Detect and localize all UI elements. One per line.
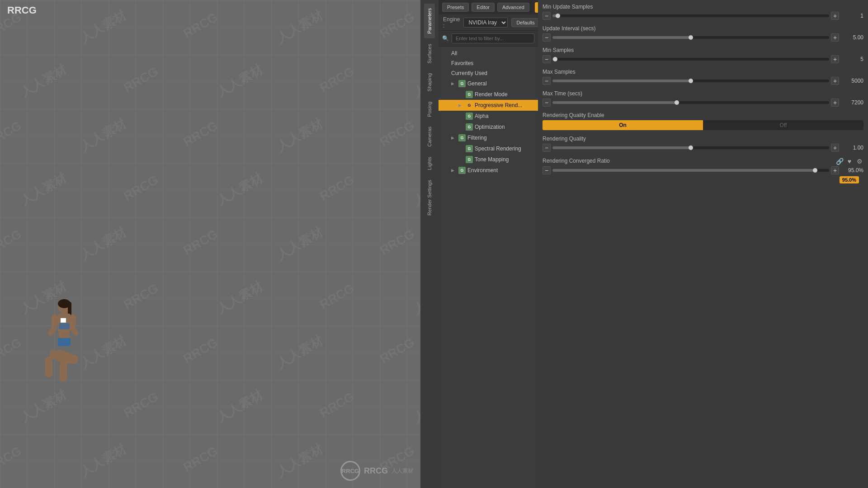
slider-plus-btn[interactable]: + xyxy=(831,144,839,152)
sidebar-tab-surfaces[interactable]: Surfaces xyxy=(424,39,435,68)
editor-button[interactable]: Editor xyxy=(472,3,495,12)
advanced-button[interactable]: Advanced xyxy=(497,3,529,12)
slider-track[interactable] xyxy=(552,101,829,104)
nav-item-progressive-rend[interactable]: ▶ G Progressive Rend... xyxy=(439,100,538,111)
prop-icons-row: 🔗 ♥ ⚙ xyxy=(835,157,863,165)
nav-item-environment[interactable]: ▶ G Environment xyxy=(439,165,538,176)
settings-icon[interactable]: ⚙ xyxy=(855,157,863,165)
nav-item-label: Progressive Rend... xyxy=(475,102,534,108)
sidebar-tab-lights[interactable]: Lights xyxy=(424,152,435,174)
nav-item-label: Tone Mapping xyxy=(475,156,534,163)
rrcg-logo: RRCG xyxy=(7,5,37,16)
prop-slider-row: − + 5 xyxy=(542,55,863,63)
nav-item-tone-mapping[interactable]: G Tone Mapping xyxy=(439,154,538,165)
sidebar-tab-render-settings[interactable]: Render Settings xyxy=(424,175,435,220)
slider-plus-btn[interactable]: + xyxy=(831,166,839,174)
prop-label: Rendering Quality xyxy=(542,136,863,142)
rrcg-bottom-logo: RRCG RRCG 人人素材 xyxy=(340,461,413,481)
nav-item-label: Environment xyxy=(467,167,534,174)
expand-arrow-icon: ▶ xyxy=(451,81,457,86)
slider-plus-btn[interactable]: + xyxy=(831,77,839,85)
slider-minus-btn[interactable]: − xyxy=(542,99,551,107)
slider-track[interactable] xyxy=(552,36,829,39)
nav-item-label: Render Mode xyxy=(475,91,534,98)
svg-rect-13 xyxy=(45,357,52,377)
sidebar-tabs: Parameters Surfaces Shaping Posing Camer… xyxy=(420,0,439,488)
sidebar-tab-cameras[interactable]: Cameras xyxy=(424,122,435,151)
nav-item-currently-used[interactable]: Currently Used xyxy=(439,68,538,78)
slider-plus-btn[interactable]: + xyxy=(831,33,839,42)
nav-item-all[interactable]: All xyxy=(439,48,538,58)
nav-item-render-mode[interactable]: G Render Mode xyxy=(439,89,538,100)
slider-value: 5 xyxy=(841,56,863,62)
prop-max-time: Max Time (secs) − + 7200 xyxy=(542,90,863,107)
presets-button[interactable]: Presets xyxy=(442,3,469,12)
prop-label: Rendering Quality Enable xyxy=(542,112,863,118)
slider-minus-btn[interactable]: − xyxy=(542,33,551,42)
slider-plus-btn[interactable]: + xyxy=(831,99,839,107)
defaults-button[interactable]: Defaults xyxy=(511,18,539,27)
slider-thumb xyxy=(689,79,693,83)
svg-rect-8 xyxy=(70,314,76,327)
nav-item-label: Favorites xyxy=(451,60,534,66)
slider-minus-btn[interactable]: − xyxy=(542,166,551,174)
slider-thumb xyxy=(813,168,817,173)
nav-item-general[interactable]: ▶ G General xyxy=(439,78,538,89)
slider-track[interactable] xyxy=(552,80,829,82)
slider-thumb xyxy=(675,100,679,105)
rrcg-circle-icon: RRCG xyxy=(340,461,360,481)
item-icon: G xyxy=(458,167,466,174)
engine-select[interactable]: NVIDIA Iray xyxy=(463,18,508,28)
link-icon[interactable]: 🔗 xyxy=(835,157,844,165)
expand-arrow-icon: ▶ xyxy=(451,168,457,173)
nav-item-filtering[interactable]: ▶ G Filtering xyxy=(439,132,538,143)
expand-arrow-icon: ▶ xyxy=(451,136,457,140)
svg-rect-14 xyxy=(60,361,67,382)
slider-track[interactable] xyxy=(552,14,829,17)
search-input[interactable] xyxy=(452,33,534,43)
prop-slider-row: − + 1 xyxy=(542,12,863,20)
prop-label: Max Samples xyxy=(542,69,863,75)
nav-item-alpha[interactable]: G Alpha xyxy=(439,111,538,122)
slider-track[interactable] xyxy=(552,146,829,149)
top-toolbar: Presets Editor Advanced Render xyxy=(439,0,538,14)
prop-label: Min Update Samples xyxy=(542,4,863,10)
sidebar-tab-shaping[interactable]: Shaping xyxy=(424,69,435,96)
slider-track[interactable] xyxy=(552,58,829,61)
nav-item-label: Optimization xyxy=(475,124,534,130)
svg-rect-15 xyxy=(61,318,66,323)
slider-plus-btn[interactable]: + xyxy=(831,12,839,20)
viewport: RRCG人人素材RRCG人人素材RRCG人人素材RRCG 人人素材RRCG人人素… xyxy=(0,0,420,488)
props-panel: Min Update Samples − + 1 Update Interval… xyxy=(538,0,868,488)
nav-item-favorites[interactable]: Favorites xyxy=(439,58,538,68)
prop-slider-row: − + 5000 xyxy=(542,77,863,85)
slider-minus-btn[interactable]: − xyxy=(542,12,551,20)
slider-fill xyxy=(552,169,815,172)
nav-item-optimization[interactable]: G Optimization xyxy=(439,122,538,132)
heart-icon[interactable]: ♥ xyxy=(845,157,854,165)
slider-minus-btn[interactable]: − xyxy=(542,77,551,85)
slider-track[interactable] xyxy=(552,169,829,172)
toggle-on-btn[interactable]: On xyxy=(542,120,703,130)
nav-item-label: Alpha xyxy=(475,113,534,119)
prop-label: Max Time (secs) xyxy=(542,90,863,97)
slider-minus-btn[interactable]: − xyxy=(542,144,551,152)
nav-item-label: Filtering xyxy=(467,135,534,141)
item-icon: G xyxy=(466,145,473,152)
item-icon: G xyxy=(466,113,473,120)
slider-fill xyxy=(552,146,691,149)
tree-list: All Favorites Currently Used ▶ G General… xyxy=(439,47,538,488)
search-icon: 🔍 xyxy=(442,35,449,42)
prop-label: Update Interval (secs) xyxy=(542,25,863,32)
slider-minus-btn[interactable]: − xyxy=(542,55,551,63)
slider-thumb xyxy=(689,145,693,150)
search-bar: 🔍 xyxy=(439,31,538,47)
sidebar-tab-posing[interactable]: Posing xyxy=(424,97,435,122)
slider-plus-btn[interactable]: + xyxy=(831,55,839,63)
toggle-off-btn[interactable]: Off xyxy=(703,120,863,130)
svg-rect-7 xyxy=(52,314,58,327)
sidebar-tab-parameters[interactable]: Parameters xyxy=(424,4,435,38)
prop-update-interval: Update Interval (secs) − + 5.00 xyxy=(542,25,863,42)
nav-item-spectral-rendering[interactable]: G Spectral Rendering xyxy=(439,143,538,154)
item-icon: G xyxy=(458,80,466,87)
